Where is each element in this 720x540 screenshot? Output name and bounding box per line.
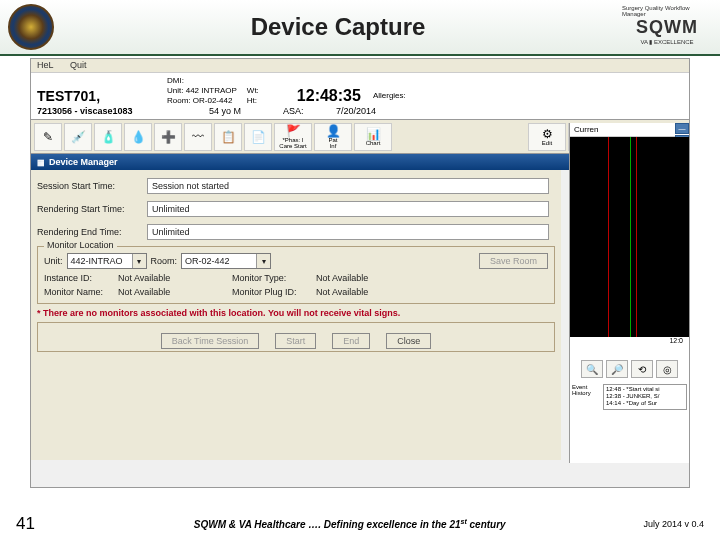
end-button[interactable]: End — [332, 333, 370, 349]
minimize-icon[interactable]: — — [675, 123, 689, 134]
dmi-label: DMI: — [167, 76, 683, 85]
toolbar-phase[interactable]: 🚩*Phas: ICare Start — [274, 123, 312, 151]
toolbar-btn-1[interactable]: ✎ — [34, 123, 62, 151]
magnify-minus-icon: 🔎 — [611, 364, 623, 375]
clock: 12:48:35 — [297, 87, 361, 105]
application-window: HeL Quit DMI: TEST701, Unit: 442 INTRAOP… — [30, 58, 690, 488]
no-monitors-warning: There are no monitors associated with th… — [37, 308, 555, 318]
toolbar-btn-3[interactable]: 🧴 — [94, 123, 122, 151]
rendering-end-label: Rendering End Time: — [37, 227, 147, 237]
button-fieldset: Back Time Session Start End Close — [37, 322, 555, 352]
person-icon: 👤 — [326, 125, 341, 137]
rendering-start-label: Rendering Start Time: — [37, 204, 147, 214]
footer-text: SQWM & VA Healthcare …. Defining excelle… — [56, 518, 643, 530]
clip-icon: 📋 — [221, 130, 236, 144]
footer-date: July 2014 v 0.4 — [643, 519, 704, 529]
rendering-end-field[interactable]: Unlimited — [147, 224, 549, 240]
monitor-type-label: Monitor Type: — [232, 273, 312, 283]
patient-banner: DMI: TEST701, Unit: 442 INTRAOP Room: OR… — [31, 73, 689, 120]
slide-title-bar: Device Capture Surgery Quality Workflow … — [0, 0, 720, 56]
page-number: 41 — [16, 514, 56, 534]
session-start-label: Session Start Time: — [37, 181, 147, 191]
instance-id-label: Instance ID: — [44, 273, 114, 283]
slide-footer: 41 SQWM & VA Healthcare …. Defining exce… — [0, 514, 720, 534]
monitor-type-value: Not Available — [316, 273, 368, 283]
toolbar-edit[interactable]: ⚙Edit — [528, 123, 566, 151]
list-item: 12:48 - *Start vital si — [606, 386, 684, 393]
zoom-fit-button[interactable]: ◎ — [656, 360, 678, 378]
sqwm-logo: Surgery Quality Workflow Manager SQWM VA… — [622, 5, 712, 49]
toolbar-patient-info[interactable]: 👤PatInf — [314, 123, 352, 151]
menu-quit[interactable]: Quit — [70, 60, 87, 70]
note-icon: 📄 — [251, 130, 266, 144]
app-menu-bar: HeL Quit — [31, 59, 689, 73]
patient-age: 54 yo M — [167, 106, 283, 116]
zoom-reset-button[interactable]: ⟲ — [631, 360, 653, 378]
waveform-pane: Curren — □ × 12:0 🔍 🔎 ⟲ ◎ Event History … — [569, 123, 689, 463]
banner-date: 7/20/2014 — [313, 106, 399, 116]
history-label: History — [572, 390, 600, 396]
toolbar-btn-7[interactable]: 📋 — [214, 123, 242, 151]
bottle-icon: 🧴 — [101, 130, 116, 144]
instance-id-value: Not Available — [118, 273, 228, 283]
syringe-icon: 💉 — [71, 130, 86, 144]
list-item: 12:38 - JUNKER, S/ — [606, 393, 684, 400]
room-label: Room: — [151, 256, 178, 266]
toolbar-btn-2[interactable]: 💉 — [64, 123, 92, 151]
session-start-field[interactable]: Session not started — [147, 178, 549, 194]
event-history-list[interactable]: 12:48 - *Start vital si 12:38 - JUNKER, … — [603, 384, 687, 410]
allergies-label: Allergies: — [373, 91, 406, 101]
mouse-cursor-icon: ↖ — [580, 215, 589, 228]
drop-icon: 💧 — [131, 130, 146, 144]
slide-title: Device Capture — [54, 13, 622, 41]
bars-icon: 📊 — [366, 128, 381, 140]
magnify-plus-icon: 🔍 — [586, 364, 598, 375]
toolbar-btn-8[interactable]: 📄 — [244, 123, 272, 151]
reset-icon: ⟲ — [638, 364, 646, 375]
back-time-session-button[interactable]: Back Time Session — [161, 333, 260, 349]
add-icon: ➕ — [161, 130, 176, 144]
room-combo[interactable]: OR-02-442 — [181, 253, 271, 269]
rendering-start-field[interactable]: Unlimited — [147, 201, 549, 217]
toolbar-btn-5[interactable]: ➕ — [154, 123, 182, 151]
case-id: 7213056 - viscase1083 — [37, 106, 167, 116]
toolbar-btn-6[interactable]: 〰 — [184, 123, 212, 151]
waveform-display[interactable] — [570, 137, 689, 337]
monitor-name-label: Monitor Name: — [44, 287, 114, 297]
flag-icon: 🚩 — [286, 125, 301, 137]
monitor-name-value: Not Available — [118, 287, 228, 297]
unit-combo[interactable]: 442-INTRAO — [67, 253, 147, 269]
gear-icon: ⚙ — [542, 128, 553, 140]
unit-label: Unit: — [44, 256, 63, 266]
list-item: 14:14 - *Day of Sur — [606, 400, 684, 407]
pulse-icon: 〰 — [192, 130, 204, 144]
monitor-plug-value: Not Available — [316, 287, 368, 297]
curren-label: Curren — [570, 123, 689, 137]
save-room-button[interactable]: Save Room — [479, 253, 548, 269]
patient-name: TEST701, — [37, 88, 167, 104]
time-axis-label: 12:0 — [570, 337, 689, 344]
fit-icon: ◎ — [663, 364, 672, 375]
toolbar-chart[interactable]: 📊Chart — [354, 123, 392, 151]
zoom-in-button[interactable]: 🔍 — [581, 360, 603, 378]
pencil-icon: ✎ — [43, 130, 53, 144]
zoom-out-button[interactable]: 🔎 — [606, 360, 628, 378]
va-seal-logo — [8, 4, 54, 50]
device-manager-dialog: Session Start Time: Session not started … — [31, 170, 561, 460]
menu-help[interactable]: HeL — [37, 60, 54, 70]
monitor-location-fieldset: Monitor Location Unit: 442-INTRAO Room: … — [37, 246, 555, 304]
toolbar-btn-4[interactable]: 💧 — [124, 123, 152, 151]
start-button[interactable]: Start — [275, 333, 316, 349]
close-button[interactable]: Close — [386, 333, 431, 349]
monitor-plug-label: Monitor Plug ID: — [232, 287, 312, 297]
